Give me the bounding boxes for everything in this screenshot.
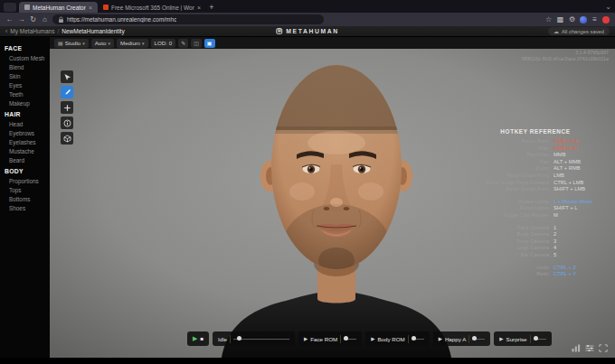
sidebar-item-eyes[interactable]: Eyes [0,80,50,89]
save-status-badge: ☁ All changes saved [548,27,610,35]
hotkey-label: Reset Sculpt Point [467,186,554,193]
studio-dropdown[interactable]: ▤ Studio ▾ [54,39,89,48]
menu-icon[interactable]: ≡ [591,15,599,23]
hotkey-title: HOTKEY REFERENCE [467,128,604,135]
metahuman-favicon [24,5,30,10]
slider-knob[interactable] [534,336,538,341]
sidebar-item-custom-mesh[interactable]: Custom Mesh [0,53,50,62]
quality-dropdown[interactable]: Medium ▾ [117,39,148,48]
clip-slider[interactable] [472,339,485,340]
hotkey-label: Move Sculpt Point Forward [467,180,554,187]
sidebar-item-shoes[interactable]: Shoes [0,203,50,212]
back-icon[interactable]: ← [5,15,14,23]
hotkey-label: Reset Lights [467,205,554,212]
tool-palette [61,70,73,145]
preview-toggle-button[interactable]: ▣ [204,39,215,48]
slider-knob[interactable] [412,336,416,341]
settings-icon[interactable]: ⚙ [568,15,576,23]
clip-pill-happy-a[interactable]: ▶ Happy A [433,331,491,346]
bookmark-star-icon[interactable]: ☆ [544,15,553,23]
sidebar-item-proportions[interactable]: Proportions [0,176,50,185]
auto-dropdown[interactable]: Auto ▾ [91,39,114,48]
sidebar-item-eyebrows[interactable]: Eyebrows [0,128,50,137]
tab-title: Free Microsoft 365 Online | Wor [111,5,194,11]
hotkey-group-lights: Rotate LightsL + Mouse Move Reset Lights… [467,199,604,219]
hotkey-value: ALT + MMB [554,159,604,166]
sidebar-section-hair: HAIR [0,107,50,119]
new-tab-button[interactable]: + [206,2,217,13]
home-icon[interactable]: ⌂ [41,15,49,23]
extensions-icon[interactable]: ▩ [556,15,564,23]
office-favicon [103,5,109,10]
chevron-left-icon[interactable]: ‹ [5,28,7,34]
timeline-slider[interactable] [233,339,289,340]
panels-toggle-button[interactable]: ◫ [191,39,202,48]
extension-badge-icon[interactable] [602,16,610,23]
info-button[interactable] [61,117,73,129]
sidebar-section-face: FACE [0,42,50,53]
studio-icon: ▤ [58,40,63,46]
tab-metahuman[interactable]: MetaHuman Creator × [19,2,98,13]
edit-tool-button[interactable]: ✎ [178,39,188,48]
forward-icon[interactable]: → [17,15,25,23]
list-all-tabs-icon[interactable]: ⌄ [605,3,611,11]
play-button[interactable]: ▶ [193,335,197,342]
hotkey-value: CTRL + LMB [554,180,604,187]
hotkey-label: Body Camera [467,231,554,238]
debug-line-2: 9R8115p RoS sFca Daca 0741x39b021a [522,56,609,62]
slider-knob[interactable] [344,336,348,341]
cursor-icon [63,73,71,81]
divider [408,335,409,343]
clip-slider[interactable] [344,339,356,340]
expand-icon[interactable] [599,344,608,352]
clip-play-icon[interactable]: ▶ [371,336,374,341]
clip-play-icon[interactable]: ▶ [304,336,308,341]
tab-microsoft365[interactable]: Free Microsoft 365 Online | Wor × [98,2,206,13]
hotkey-value: CTRL + Y [554,271,604,278]
clip-label: Idle [218,336,227,342]
sidebar-item-head[interactable]: Head [0,119,50,128]
cube-icon [63,135,71,143]
sidebar-item-mustache[interactable]: Mustache [0,146,50,155]
reload-icon[interactable]: ↻ [29,15,37,23]
stats-icon[interactable] [572,344,581,352]
sculpt-tool-button[interactable] [61,86,73,98]
breadcrumb-root[interactable]: My MetaHumans [10,28,54,34]
sidebar-item-teeth[interactable]: Teeth [0,89,50,98]
close-tab-icon[interactable]: × [89,5,92,11]
stop-button[interactable]: ■ [200,336,203,341]
clip-slider[interactable] [534,339,546,340]
animation-playbar: ▶ ■ Idle ▶ Face ROM ▶ [187,331,552,346]
sidebar-item-makeup[interactable]: Makeup [0,98,50,107]
lod-indicator[interactable]: LOD: 0 [151,39,176,48]
clip-pill-face-rom[interactable]: ▶ Face ROM [298,331,362,346]
sidebar-item-skin[interactable]: Skin [0,71,50,80]
debug-line-1: 3 1 A 9795p937 [522,50,609,56]
clip-pill-idle[interactable]: Idle [213,331,295,346]
sidebar-item-tops[interactable]: Tops [0,185,50,194]
clip-pill-body-rom[interactable]: ▶ Body ROM [365,331,430,346]
sidebar-item-bottoms[interactable]: Bottoms [0,194,50,203]
sidebar-item-eyelashes[interactable]: Eyelashes [0,137,50,146]
hotkey-value: CTRL + Z [554,265,604,272]
firefox-view-tab[interactable] [4,3,16,12]
account-avatar[interactable] [580,16,587,23]
hotkey-value: L + Mouse Move [554,199,604,206]
select-tool-button[interactable] [61,70,73,83]
clip-pill-surprise[interactable]: ▶ Surprise [494,331,551,346]
url-text: https://metahuman.unrealengine.com/mhc [67,16,176,23]
slider-knob[interactable] [472,336,477,341]
sidebar-item-blend[interactable]: Blend [0,62,50,71]
clip-slider[interactable] [412,339,424,340]
sidebar: FACE Custom Mesh Blend Skin Eyes Teeth M… [0,37,50,358]
sidebar-item-beard[interactable]: Beard [0,155,50,164]
close-tab-icon[interactable]: × [197,5,201,11]
add-point-button[interactable] [61,101,73,114]
slider-knob[interactable] [237,336,241,341]
viewport-3d[interactable]: 3 1 A 9795p937 9R8115p RoS sFca Daca 074… [50,49,615,358]
url-input[interactable]: https://metahuman.unrealengine.com/mhc [52,14,324,24]
clip-play-icon[interactable]: ▶ [499,336,503,341]
levels-icon[interactable] [585,344,594,352]
clip-play-icon[interactable]: ▶ [439,336,442,341]
clay-render-button[interactable] [61,132,73,145]
